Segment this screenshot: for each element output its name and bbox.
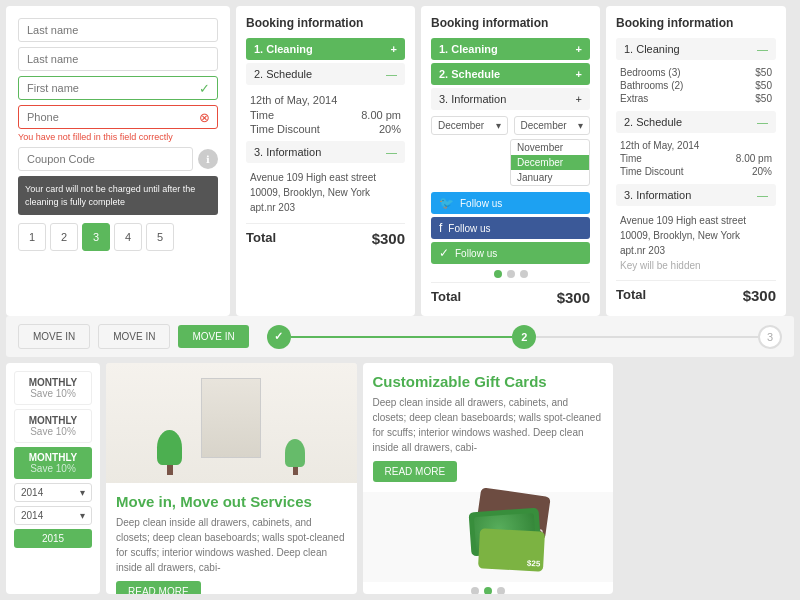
month-option-jan[interactable]: January: [511, 170, 589, 185]
twitter-icon: 🐦: [439, 196, 454, 210]
gift-read-more-btn[interactable]: READ MORE: [373, 461, 458, 482]
expand-icon-2: +: [576, 43, 582, 55]
booking-title-3: Booking information: [616, 16, 776, 30]
error-message: You have not filled in this field correc…: [18, 132, 218, 142]
error-icon: ⊗: [199, 110, 210, 125]
booking-title-2: Booking information: [431, 16, 590, 30]
plant-right: [285, 439, 305, 475]
accordion-3-info[interactable]: 3. Information —: [616, 184, 776, 206]
lastname-field-1: [18, 18, 218, 47]
step-2-line: [536, 336, 758, 338]
move-in-btn-3[interactable]: MOVE IN: [178, 325, 248, 348]
expand-icon-3: +: [576, 68, 582, 80]
service-title: Move in, Move out Services: [116, 493, 347, 510]
collapse-icon-1: —: [386, 68, 397, 80]
collapse-icon-4: —: [757, 116, 768, 128]
service-text: Deep clean inside all drawers, cabinets,…: [116, 515, 347, 575]
year-select-1[interactable]: 2014▾: [14, 483, 92, 502]
month-list: November December January: [510, 139, 590, 186]
lastname-field-2: [18, 47, 218, 76]
price-item-2[interactable]: MONTHLY Save 10%: [14, 409, 92, 443]
expand-icon-4: +: [576, 93, 582, 105]
accordion-1-info[interactable]: 3. Information —: [246, 141, 405, 163]
gift-card-panel: Customizable Gift Cards Deep clean insid…: [363, 363, 614, 594]
twitter-btn[interactable]: 🐦 Follow us: [431, 192, 590, 214]
service-read-more-btn[interactable]: READ MORE: [116, 581, 201, 594]
check-btn[interactable]: ✓ Follow us: [431, 242, 590, 264]
move-in-btn-2[interactable]: MOVE IN: [98, 324, 170, 349]
coupon-input[interactable]: [18, 147, 193, 171]
form-panel: ✓ ⊗ You have not filled in this field co…: [6, 6, 230, 316]
accordion-1-cleaning[interactable]: 1. Cleaning +: [246, 38, 405, 60]
gift-text: Deep clean inside all drawers, cabinets,…: [373, 395, 604, 455]
month-option-nov[interactable]: November: [511, 140, 589, 155]
plant-left: [157, 430, 182, 475]
month-dropdown-1[interactable]: December▾: [431, 116, 508, 135]
total-row-2: Total $300: [431, 282, 590, 306]
accordion-2-schedule[interactable]: 2. Schedule +: [431, 63, 590, 85]
total-row-1: Total $300: [246, 223, 405, 247]
lastname-input-2[interactable]: [18, 47, 218, 71]
step-2-node: 2: [512, 325, 536, 349]
service-card: Move in, Move out Services Deep clean in…: [106, 363, 357, 594]
move-in-btn-1[interactable]: MOVE IN: [18, 324, 90, 349]
accordion-3-schedule[interactable]: 2. Schedule —: [616, 111, 776, 133]
year-select-2[interactable]: 2014▾: [14, 506, 92, 525]
booking-panel-2: Booking information 1. Cleaning + 2. Sch…: [421, 6, 600, 316]
phone-input[interactable]: [18, 105, 218, 129]
collapse-icon-2: —: [386, 146, 397, 158]
dot-indicators-2: [431, 270, 590, 278]
check-icon: ✓: [439, 246, 449, 260]
collapse-icon-3: —: [757, 43, 768, 55]
info-details-3: Avenue 109 High east street10009, Brookl…: [616, 209, 776, 277]
accordion-1-schedule[interactable]: 2. Schedule —: [246, 63, 405, 85]
month-dropdown-2[interactable]: December▾: [514, 116, 591, 135]
collapse-icon-5: —: [757, 189, 768, 201]
month-option-dec[interactable]: December: [511, 155, 589, 170]
step-3-node: 3: [758, 325, 782, 349]
booking-title-1: Booking information: [246, 16, 405, 30]
step-1-line: [291, 336, 513, 338]
facebook-icon: f: [439, 221, 442, 235]
info-content-1: Avenue 109 High east street10009, Brookl…: [246, 166, 405, 219]
page-btn-3[interactable]: 3: [82, 223, 110, 251]
lastname-input-1[interactable]: [18, 18, 218, 42]
price-item-1[interactable]: MONTHLY Save 10%: [14, 371, 92, 405]
price-item-3[interactable]: MONTHLY Save 10%: [14, 447, 92, 479]
booking-panel-1: Booking information 1. Cleaning + 2. Sch…: [236, 6, 415, 316]
pagination: 1 2 3 4 5: [18, 223, 218, 251]
gift-dots: [363, 582, 614, 594]
schedule-details-3: 12th of May, 2014 Time8.00 pm Time Disco…: [616, 136, 776, 181]
year-active[interactable]: 2015: [14, 529, 92, 548]
firstname-field: ✓: [18, 76, 218, 100]
page-btn-4[interactable]: 4: [114, 223, 142, 251]
cleaning-details: Bedrooms (3)$50 Bathrooms (2)$50 Extras$…: [616, 63, 776, 108]
gift-card-green-light: $25: [478, 528, 545, 571]
booking-panel-3: Booking information 1. Cleaning — Bedroo…: [606, 6, 786, 316]
accordion-2-cleaning[interactable]: 1. Cleaning +: [431, 38, 590, 60]
firstname-input[interactable]: [18, 76, 218, 100]
schedule-content-1: 12th of May, 2014 Time 8.00 pm Time Disc…: [246, 88, 405, 141]
success-icon: ✓: [199, 81, 210, 96]
coupon-icon[interactable]: ℹ: [198, 149, 218, 169]
progress-bar: MOVE IN MOVE IN MOVE IN ✓ 2 3: [6, 316, 794, 357]
total-row-3: Total $300: [616, 280, 776, 304]
step-1-node: ✓: [267, 325, 291, 349]
service-image: [106, 363, 357, 483]
pricing-panel: MONTHLY Save 10% MONTHLY Save 10% MONTHL…: [6, 363, 100, 594]
facebook-btn[interactable]: f Follow us: [431, 217, 590, 239]
phone-field: ⊗: [18, 105, 218, 129]
tooltip-box: Your card will not be charged until afte…: [18, 176, 218, 215]
page-btn-1[interactable]: 1: [18, 223, 46, 251]
gift-title: Customizable Gift Cards: [373, 373, 604, 390]
page-btn-5[interactable]: 5: [146, 223, 174, 251]
gift-cards-image: $100 $50 $25: [363, 492, 614, 582]
expand-icon-1: +: [391, 43, 397, 55]
page-btn-2[interactable]: 2: [50, 223, 78, 251]
spacer-right: [619, 363, 794, 594]
accordion-2-info[interactable]: 3. Information +: [431, 88, 590, 110]
accordion-3-cleaning[interactable]: 1. Cleaning —: [616, 38, 776, 60]
